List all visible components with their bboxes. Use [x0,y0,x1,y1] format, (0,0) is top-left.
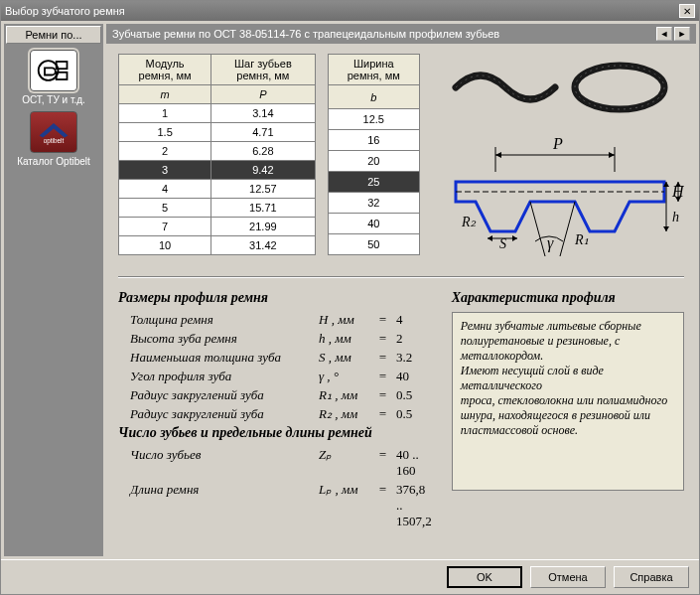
help-button[interactable]: Справка [614,566,689,588]
subtitle-text: Зубчатые ремни по ОСТ 38-05114-76 с трап… [112,28,499,40]
property-line: Радиус закруглений зубаR₂ , мм=0.5 [130,406,432,422]
profile-characteristic: Характеристика профиля Ремни зубчатые ли… [452,288,684,532]
profile-diagram-icon: P R₂ S R₁ γ h H [436,127,684,266]
table-row[interactable]: 32 [328,193,419,214]
table-row[interactable]: 50 [328,234,419,255]
dialog-window: Выбор зубчатого ремня ✕ Ремни по... ОСТ,… [0,0,700,595]
content: Модуль ремня, ммШаг зубьев ремня, мм mP … [106,44,696,556]
titlebar: Выбор зубчатого ремня ✕ [1,1,699,21]
col-header: Шаг зубьев ремня, мм [211,55,315,85]
svg-line-21 [560,202,575,256]
table-row[interactable]: 39.42 [119,161,316,180]
table-row[interactable]: 721.99 [119,218,316,236]
table-row[interactable]: 515.71 [119,199,316,218]
sidebar-item-label: Каталог Optibelt [17,156,90,167]
window-title: Выбор зубчатого ремня [5,5,125,17]
svg-text:h: h [672,210,679,224]
property-line: Наименьшая толщина зубаS , мм=3.2 [130,350,432,366]
table-row[interactable]: 13.14 [119,104,316,123]
ost-logo-icon [30,50,77,91]
sidebar-item-ost[interactable]: ОСТ, ТУ и т.д. [22,50,85,105]
svg-line-20 [530,202,545,256]
table-row[interactable]: 12.5 [328,109,419,130]
bottom-row: Размеры профиля ремня Толщина ремняH , м… [118,288,684,532]
table-row[interactable]: 25 [328,172,419,193]
col-header: Ширина ремня, мм [328,55,419,85]
next-button[interactable]: ► [674,27,690,41]
property-line: Длина ремняLₚ , мм=376,8 .. 1507,2 [130,482,432,529]
sidebar: Ремни по... ОСТ, ТУ и т.д. optibelt Ката… [4,24,103,556]
characteristic-text: Ремни зубчатые литьевые сборные полиурет… [452,312,684,491]
property-line: Толщина ремняH , мм=4 [130,312,432,328]
table-row[interactable]: 1031.42 [119,236,316,255]
property-line: Радиус закруглений зубаR₁ , мм=0.5 [130,387,432,403]
body: Ремни по... ОСТ, ТУ и т.д. optibelt Ката… [1,21,699,559]
symbol: P [211,85,315,104]
profile-dimensions: Размеры профиля ремня Толщина ремняH , м… [118,288,432,532]
sidebar-item-label: ОСТ, ТУ и т.д. [22,94,85,105]
main-panel: Зубчатые ремни по ОСТ 38-05114-76 с трап… [106,24,696,556]
illustrations: P R₂ S R₁ γ h H [436,54,684,266]
optibelt-logo-icon: optibelt [30,111,77,153]
belt-photo-icon [441,54,679,121]
prev-button[interactable]: ◄ [656,27,672,41]
svg-text:R₂: R₂ [461,215,477,229]
section-title: Характеристика профиля [452,290,684,306]
table-row[interactable]: 16 [328,130,419,151]
close-icon[interactable]: ✕ [679,4,695,18]
separator [118,276,684,278]
width-table[interactable]: Ширина ремня, мм b 12.5162025324050 [328,54,420,255]
table-row[interactable]: 20 [328,151,419,172]
svg-point-4 [575,66,664,109]
nav-arrows: ◄ ► [656,27,690,41]
table-row[interactable]: 1.54.71 [119,123,316,142]
property-line: Угол профиля зубаγ , °=40 [130,369,432,384]
symbol: m [119,85,211,104]
top-row: Модуль ремня, ммШаг зубьев ремня, мм mP … [118,54,684,266]
module-pitch-table[interactable]: Модуль ремня, ммШаг зубьев ремня, мм mP … [118,54,316,255]
section-title: Размеры профиля ремня [118,290,432,306]
table-row[interactable]: 26.28 [119,142,316,161]
property-line: Число зубьевZₚ=40 .. 160 [130,447,432,479]
subtitle-bar: Зубчатые ремни по ОСТ 38-05114-76 с трап… [106,24,696,44]
table-row[interactable]: 412.57 [119,180,316,199]
section-title: Число зубьев и предельные длины ремней [118,425,432,441]
sidebar-header[interactable]: Ремни по... [6,26,101,44]
cancel-button[interactable]: Отмена [530,566,606,588]
col-header: Модуль ремня, мм [119,55,211,85]
symbol: b [328,85,419,109]
property-line: Высота зуба ремняh , мм=2 [130,331,432,347]
footer: OK Отмена Справка [1,559,699,594]
sidebar-item-optibelt[interactable]: optibelt Каталог Optibelt [17,111,90,167]
svg-text:optibelt: optibelt [44,137,65,145]
svg-text:P: P [552,135,563,152]
table-row[interactable]: 40 [328,214,419,234]
tables: Модуль ремня, ммШаг зубьев ремня, мм mP … [118,54,420,255]
ok-button[interactable]: OK [447,566,522,588]
svg-text:R₁: R₁ [574,232,589,247]
